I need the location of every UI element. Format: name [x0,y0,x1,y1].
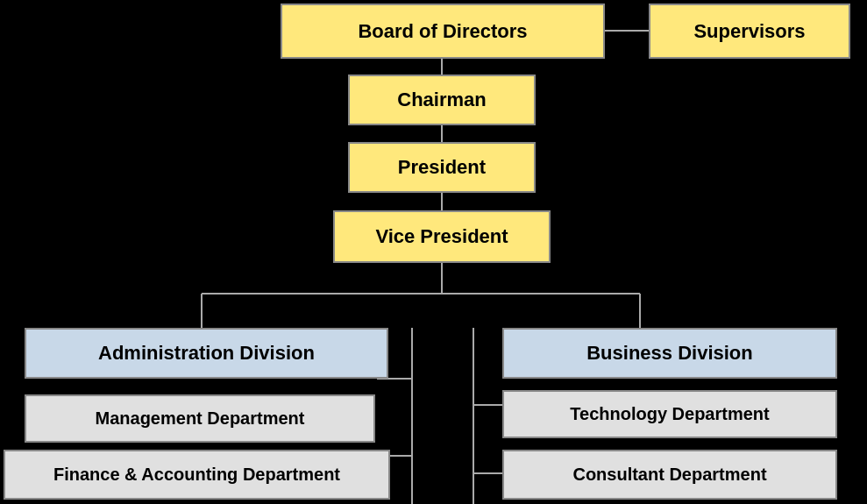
board-label: Board of Directors [358,20,527,43]
management-dept-node: Management Department [25,394,375,443]
org-chart: Board of Directors Supervisors Chairman … [0,0,867,504]
board-of-directors-node: Board of Directors [281,4,605,59]
chairman-label: Chairman [397,89,486,111]
consultant-label: Consultant Department [572,465,766,485]
management-label: Management Department [96,408,305,429]
supervisors-node: Supervisors [649,4,850,59]
finance-label: Finance & Accounting Department [53,465,340,485]
technology-label: Technology Department [570,404,769,424]
consultant-dept-node: Consultant Department [502,450,837,500]
admin-label: Administration Division [98,342,315,365]
president-label: President [398,156,486,179]
vp-node: Vice President [333,210,551,263]
supervisors-label: Supervisors [693,20,805,43]
business-division-node: Business Division [502,328,837,379]
technology-dept-node: Technology Department [502,390,837,438]
business-label: Business Division [586,342,753,365]
admin-division-node: Administration Division [25,328,388,379]
finance-dept-node: Finance & Accounting Department [4,450,390,500]
president-node: President [348,142,536,193]
vp-label: Vice President [375,225,508,248]
chairman-node: Chairman [348,75,536,125]
